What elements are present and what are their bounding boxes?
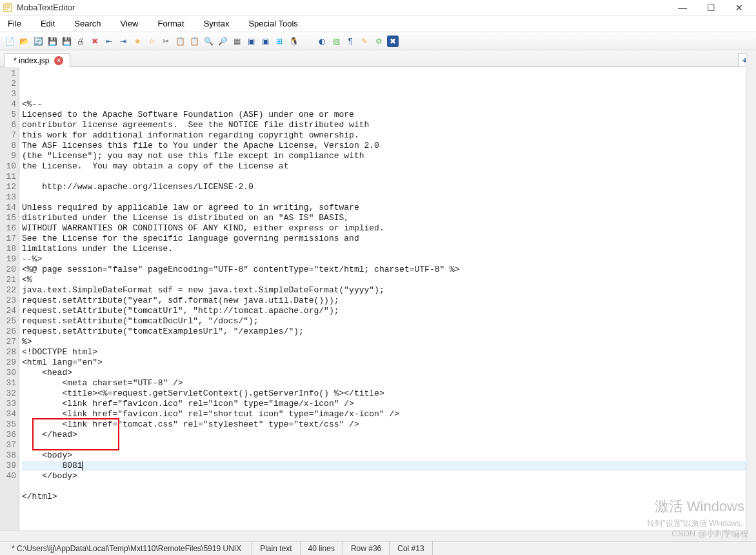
color-icon[interactable]: ◐ — [316, 35, 328, 47]
close-icon[interactable]: ✖ — [89, 35, 101, 47]
file-tab-label: * index.jsp — [14, 56, 49, 65]
code-line — [22, 172, 756, 182]
menu-syntax[interactable]: Syntax — [201, 17, 232, 30]
edit-icon[interactable]: ✎ — [359, 35, 370, 47]
line-number: 39 — [0, 461, 19, 471]
code-area[interactable]: <%--Licensed to the Apache Software Foun… — [19, 67, 756, 541]
terminal-icon[interactable]: ▣ — [245, 35, 257, 47]
menu-bar: File Edit Search View Format Syntax Spec… — [0, 15, 756, 32]
toolbar: 📄📂🔄💾💾🖨✖⇤⇥★☆✂📋📋🔍🔎▦▣▣⊞🐧◐▨¶✎⚙✖ — [0, 32, 756, 50]
menu-format[interactable]: Format — [155, 17, 187, 30]
code-line: http://www.apache.org/licenses/LICENSE-2… — [22, 182, 756, 192]
file-tab[interactable]: * index.jsp ✕ — [4, 53, 70, 67]
line-number: 11 — [0, 172, 19, 182]
menu-special-tools[interactable]: Special Tools — [246, 17, 300, 30]
code-line: this work for additional information reg… — [22, 130, 756, 141]
code-line: <%@ page session="false" pageEncoding="U… — [22, 265, 756, 275]
minimize-button[interactable]: — — [668, 0, 697, 15]
line-number: 36 — [0, 430, 19, 440]
line-number: 26 — [0, 327, 19, 337]
outdent-icon[interactable]: ⇤ — [103, 35, 115, 47]
menu-edit[interactable]: Edit — [38, 17, 57, 30]
line-number: 28 — [0, 347, 19, 358]
tab-strip: * index.jsp ✕ — [0, 50, 756, 67]
line-number: 13 — [0, 192, 19, 203]
code-line: <!DOCTYPE html> — [22, 347, 756, 358]
line-number: 33 — [0, 399, 19, 409]
print-icon[interactable]: 🖨 — [75, 35, 86, 47]
windows-icon[interactable]: ⊞ — [274, 35, 285, 47]
line-number: 34 — [0, 409, 19, 419]
code-line: <meta charset="UTF-8" /> — [22, 378, 756, 388]
cut-icon[interactable]: ✂ — [160, 35, 172, 47]
line-number: 6 — [0, 120, 19, 130]
apple-icon[interactable] — [302, 35, 313, 47]
copy-icon[interactable]: 📋 — [174, 35, 186, 47]
horizontal-scrollbar[interactable] — [0, 530, 746, 541]
status-row: Row #36 — [343, 541, 390, 555]
title-bar: MobaTextEditor — ☐ ✕ — [0, 0, 756, 15]
code-line: </body> — [22, 471, 756, 481]
code-line: <body> — [22, 450, 756, 461]
line-number: 10 — [0, 161, 19, 172]
maximize-button[interactable]: ☐ — [697, 0, 725, 15]
code-line: <link href="favicon.ico" rel="icon" type… — [22, 399, 756, 409]
pilcrow-icon[interactable]: ¶ — [344, 35, 356, 47]
settings-icon[interactable]: ⚙ — [373, 35, 384, 47]
code-line — [22, 192, 756, 203]
line-number: 30 — [0, 368, 19, 378]
menu-view[interactable]: View — [118, 17, 141, 30]
code-line: Licensed to the Apache Software Foundati… — [22, 110, 756, 120]
code-line: contributor license agreements. See the … — [22, 120, 756, 130]
code-line: WITHOUT WARRANTIES OR CONDITIONS OF ANY … — [22, 223, 756, 234]
bookmark-icon[interactable]: ★ — [132, 35, 143, 47]
code-line: --%> — [22, 254, 756, 265]
line-number: 37 — [0, 440, 19, 450]
vertical-scrollbar[interactable] — [746, 52, 756, 541]
code-line: </head> — [22, 430, 756, 440]
line-number: 27 — [0, 337, 19, 347]
close-button[interactable]: ✕ — [725, 0, 753, 15]
code-line: limitations under the License. — [22, 244, 756, 254]
line-number: 24 — [0, 306, 19, 316]
status-mode: Plain text — [252, 541, 300, 555]
code-line: <% — [22, 275, 756, 285]
exit-icon[interactable]: ✖ — [387, 35, 399, 47]
close-tab-icon[interactable]: ✕ — [54, 56, 63, 65]
line-number: 8 — [0, 141, 19, 151]
code-line — [22, 502, 756, 512]
line-number: 16 — [0, 223, 19, 234]
line-number: 38 — [0, 450, 19, 461]
editor: 1234567891011121314151617181920212223242… — [0, 67, 756, 541]
window-controls: — ☐ ✕ — [668, 0, 753, 15]
open-folder-icon[interactable]: 📂 — [18, 35, 30, 47]
code-line: distributed under the License is distrib… — [22, 213, 756, 223]
code-line: <%-- — [22, 99, 756, 110]
search-replace-icon[interactable]: 🔎 — [217, 35, 228, 47]
code-line: 8081 — [22, 461, 756, 471]
terminal2-icon[interactable]: ▣ — [259, 35, 271, 47]
bookmark2-icon[interactable]: ☆ — [146, 35, 157, 47]
code-line: <title><%=request.getServletContext().ge… — [22, 388, 756, 399]
new-file-icon[interactable]: 📄 — [4, 35, 15, 47]
status-lines: 40 lines — [301, 541, 343, 555]
save-icon[interactable]: 💾 — [46, 35, 58, 47]
line-number: 5 — [0, 110, 19, 120]
status-col: Col #13 — [390, 541, 432, 555]
highlight-icon[interactable]: ▨ — [330, 35, 342, 47]
code-line: java.text.SimpleDateFormat sdf = new jav… — [22, 285, 756, 296]
line-number: 17 — [0, 234, 19, 244]
save-all-icon[interactable]: 💾 — [61, 35, 72, 47]
line-number: 31 — [0, 378, 19, 388]
menu-search[interactable]: Search — [72, 17, 103, 30]
line-number: 12 — [0, 182, 19, 192]
reload-icon[interactable]: 🔄 — [32, 35, 44, 47]
search-icon[interactable]: 🔍 — [203, 35, 214, 47]
paste-icon[interactable]: 📋 — [188, 35, 200, 47]
line-number: 2 — [0, 79, 19, 89]
indent-icon[interactable]: ⇥ — [117, 35, 129, 47]
menu-file[interactable]: File — [5, 17, 24, 30]
status-bar: * C:\Users\ljj\AppData\Local\Temp\Mxt110… — [0, 541, 756, 555]
tux-icon[interactable]: 🐧 — [288, 35, 299, 47]
goto-icon[interactable]: ▦ — [231, 35, 243, 47]
